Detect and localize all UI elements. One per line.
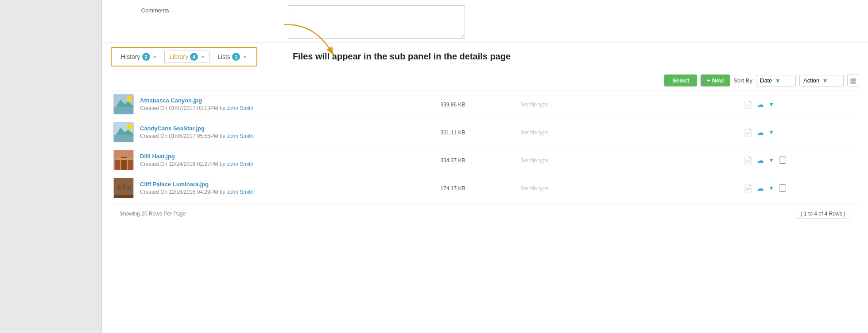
svg-rect-19 (114, 195, 134, 198)
file-author[interactable]: John Smith (227, 189, 253, 195)
tab-lists-label: Lists (217, 53, 230, 60)
file-doc-icon[interactable]: 📄 (744, 100, 752, 109)
annotation-area: Files will appear in the sub panel in th… (284, 47, 859, 62)
grid-view-icon[interactable]: ▦ (847, 74, 859, 86)
file-name[interactable]: Dilli Haat.jpg (140, 153, 175, 160)
file-size: 174.17 KB (436, 185, 469, 192)
svg-rect-18 (127, 186, 131, 190)
file-author[interactable]: John Smith (227, 105, 253, 111)
file-doc-icon[interactable]: 📄 (744, 184, 752, 192)
file-meta: Created On 01/06/2017 05:55PM by John Sm… (140, 133, 433, 139)
svg-rect-10 (115, 159, 120, 170)
comments-textarea[interactable] (288, 5, 465, 39)
file-name[interactable]: Cliff Palace Luminara.jpg (140, 181, 209, 188)
left-sidebar (0, 0, 102, 333)
file-type: Set file type (521, 157, 549, 164)
file-size: 301.11 KB (436, 129, 469, 136)
tab-lists-arrow: ▼ (243, 55, 247, 59)
file-upload-icon[interactable]: ☁ (757, 156, 764, 165)
file-doc-icon[interactable]: 📄 (744, 156, 752, 165)
file-thumbnail (113, 150, 134, 170)
tabs-box: History 2 ▼ Library 4 ▼ Lists 1 ▼ (111, 47, 257, 67)
file-list-section: Select + New Sort By Date ▼ Action ▼ ▦ A… (102, 71, 868, 223)
file-type: Set file type (521, 102, 549, 108)
file-table: Athabasca Canyon.jpg Created On 01/07/20… (111, 90, 859, 202)
tab-library-arrow: ▼ (201, 55, 205, 59)
file-dropdown-icon[interactable]: ▼ (768, 157, 775, 164)
main-content: Comments History 2 ▼ Library 4 ▼ Lists 1… (102, 0, 868, 333)
file-meta: Created On 12/16/2016 04:29PM by John Sm… (140, 189, 433, 195)
table-row: CandyCane SeaStar.jpg Created On 01/06/2… (111, 118, 859, 146)
file-size: 334.37 KB (436, 157, 469, 164)
tab-history[interactable]: History 2 ▼ (116, 51, 162, 63)
table-row: Cliff Palace Luminara.jpg Created On 12/… (111, 174, 859, 202)
pagination-info: ( 1 to 4 of 4 Rows ) (796, 209, 850, 219)
svg-rect-17 (123, 184, 125, 190)
file-upload-icon[interactable]: ☁ (757, 184, 764, 192)
tab-library-label: Library (169, 53, 188, 60)
tab-lists[interactable]: Lists 1 ▼ (213, 51, 252, 63)
file-type: Set file type (521, 185, 549, 192)
new-button[interactable]: + New (701, 74, 730, 86)
sort-dropdown[interactable]: Date ▼ (756, 75, 796, 86)
file-size: 339.86 KB (436, 102, 469, 108)
tab-lists-badge: 1 (232, 53, 240, 61)
comments-section: Comments (102, 0, 868, 43)
table-row: Athabasca Canyon.jpg Created On 01/07/20… (111, 90, 859, 118)
svg-rect-12 (128, 160, 133, 170)
rows-per-page: Showing 20 Rows Per Page (120, 211, 186, 217)
file-checkbox[interactable] (779, 184, 786, 192)
file-thumbnail (113, 122, 134, 142)
svg-rect-13 (114, 158, 134, 160)
file-dropdown-icon[interactable]: ▼ (768, 101, 775, 108)
tab-library[interactable]: Library 4 ▼ (164, 51, 210, 63)
file-upload-icon[interactable]: ☁ (757, 128, 764, 137)
action-label: Action (803, 77, 819, 84)
action-dropdown-arrow: ▼ (822, 77, 828, 84)
file-name[interactable]: CandyCane SeaStar.jpg (140, 125, 205, 132)
action-dropdown[interactable]: Action ▼ (799, 75, 844, 86)
tab-history-arrow: ▼ (153, 55, 157, 59)
table-row: Dilli Haat.jpg Created On 12/24/2016 02:… (111, 146, 859, 174)
file-list-toolbar: Select + New Sort By Date ▼ Action ▼ ▦ (111, 71, 859, 90)
sort-value: Date (760, 77, 772, 84)
tabs-annotation-row: History 2 ▼ Library 4 ▼ Lists 1 ▼ (102, 43, 868, 71)
sort-by-label: Sort By (733, 77, 752, 84)
file-dropdown-icon[interactable]: ▼ (768, 184, 775, 192)
file-author[interactable]: John Smith (227, 133, 253, 139)
select-button[interactable]: Select (664, 74, 697, 86)
file-type: Set file type (521, 129, 549, 136)
file-author[interactable]: John Smith (227, 161, 253, 167)
file-meta: Created On 12/24/2016 02:27PM by John Sm… (140, 161, 433, 167)
comments-label: Comments (141, 7, 169, 14)
file-name[interactable]: Athabasca Canyon.jpg (140, 97, 202, 104)
file-dropdown-icon[interactable]: ▼ (768, 129, 775, 136)
footer-bar: Showing 20 Rows Per Page ( 1 to 4 of 4 R… (111, 204, 859, 223)
file-thumbnail (113, 94, 134, 114)
file-meta: Created On 01/07/2017 03:13PM by John Sm… (140, 105, 433, 111)
tab-history-label: History (121, 53, 140, 60)
sort-dropdown-arrow: ▼ (775, 77, 781, 84)
file-upload-icon[interactable]: ☁ (757, 100, 764, 109)
tab-history-badge: 2 (142, 53, 150, 61)
annotation-text: Files will appear in the sub panel in th… (293, 51, 859, 62)
file-thumbnail (113, 178, 134, 198)
tab-library-badge: 4 (190, 53, 198, 61)
file-checkbox[interactable] (779, 157, 786, 164)
file-doc-icon[interactable]: 📄 (744, 128, 752, 137)
svg-rect-16 (117, 185, 121, 190)
